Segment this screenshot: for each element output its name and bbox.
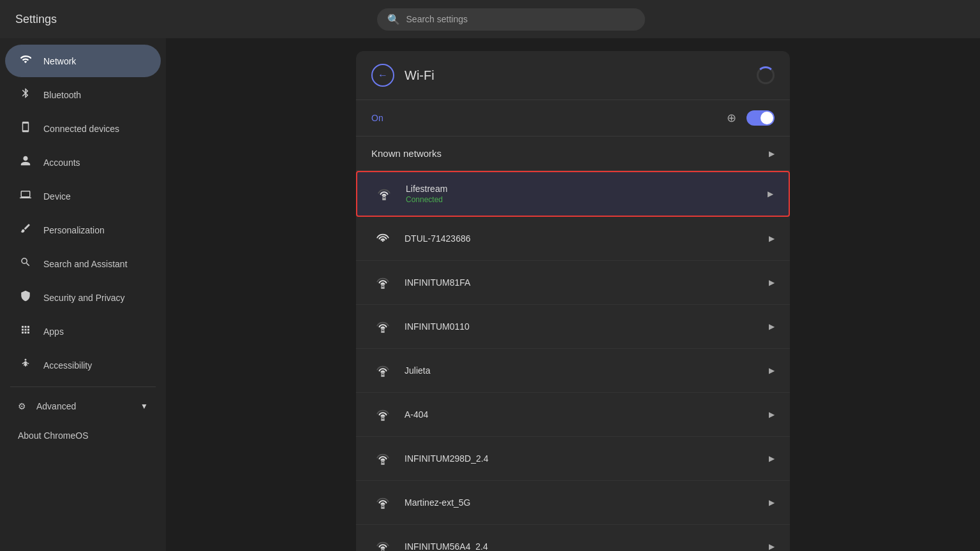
network-chevron: ▶ [769, 498, 775, 507]
network-name: DTUL-71423686 [405, 233, 769, 244]
sidebar-item-apps[interactable]: Apps [5, 315, 161, 348]
wifi-signal-icon [371, 227, 394, 250]
network-chevron: ▶ [769, 542, 775, 551]
network-name: Lifestream [406, 184, 768, 194]
sidebar-item-label: Security and Privacy [43, 293, 125, 303]
svg-rect-13 [381, 462, 385, 465]
devices-icon [18, 121, 33, 136]
network-name: Julieta [405, 365, 769, 376]
svg-point-0 [25, 359, 27, 361]
search-input[interactable] [406, 14, 635, 24]
network-name: Martinez-ext_5G [405, 497, 769, 508]
wifi-signal-icon [371, 271, 394, 294]
search-icon: 🔍 [387, 13, 400, 26]
accessibility-icon [18, 358, 33, 372]
network-info: DTUL-71423686 [394, 233, 769, 244]
back-icon: ← [378, 70, 388, 81]
laptop-icon [18, 189, 33, 203]
wifi-signal-icon [371, 535, 394, 551]
network-chevron: ▶ [769, 234, 775, 243]
network-item[interactable]: Julieta ▶ [356, 349, 790, 393]
sidebar-item-label: Device [43, 191, 71, 202]
main-layout: Network Bluetooth Connected devices Acco… [0, 38, 980, 551]
network-info: INFINITUM81FA [394, 277, 769, 288]
network-item[interactable]: INFINITUM298D_2.4 ▶ [356, 437, 790, 481]
wifi-status-right: ⊕ [727, 110, 775, 126]
sidebar-item-about[interactable]: About ChromeOS [5, 422, 161, 450]
sidebar-item-connected-devices[interactable]: Connected devices [5, 112, 161, 145]
network-chevron: ▶ [768, 189, 773, 198]
known-networks-chevron: ▶ [769, 149, 775, 158]
sidebar-item-label: Apps [43, 327, 64, 337]
network-info: Martinez-ext_5G [394, 497, 769, 508]
network-item[interactable]: Lifestream Connected ▶ [356, 171, 790, 217]
network-name: A-404 [405, 409, 769, 420]
sidebar-item-label: Accessibility [43, 360, 92, 371]
wifi-header: ← Wi-Fi [356, 51, 790, 100]
known-networks-label: Known networks [371, 148, 442, 159]
svg-rect-15 [381, 506, 385, 509]
network-info: Lifestream Connected [396, 184, 768, 204]
svg-rect-9 [381, 374, 385, 377]
sidebar-item-label: Connected devices [43, 124, 119, 134]
shield-icon [18, 290, 33, 305]
network-item[interactable]: INFINITUM0110 ▶ [356, 305, 790, 349]
wifi-panel: ← Wi-Fi On ⊕ Known networks ▶ [356, 51, 790, 551]
sidebar-item-advanced[interactable]: ⚙ Advanced ▼ [5, 392, 161, 420]
network-item[interactable]: A-404 ▶ [356, 393, 790, 437]
wifi-icon [18, 54, 33, 68]
network-name: INFINITUM56A4_2.4 [405, 541, 769, 551]
content-area: ← Wi-Fi On ⊕ Known networks ▶ [166, 38, 980, 551]
network-status: Connected [406, 195, 768, 204]
sidebar-item-accounts[interactable]: Accounts [5, 146, 161, 179]
network-chevron: ▶ [769, 278, 775, 287]
sidebar-item-device[interactable]: Device [5, 180, 161, 212]
sidebar-item-bluetooth[interactable]: Bluetooth [5, 78, 161, 111]
network-item[interactable]: Martinez-ext_5G ▶ [356, 481, 790, 525]
sidebar-item-personalization[interactable]: Personalization [5, 214, 161, 246]
network-info: INFINITUM0110 [394, 321, 769, 332]
add-network-icon[interactable]: ⊕ [727, 111, 736, 125]
app-title: Settings [15, 13, 57, 26]
network-name: INFINITUM81FA [405, 277, 769, 288]
sidebar-item-label: Search and Assistant [43, 259, 128, 269]
sidebar-item-network[interactable]: Network [5, 45, 161, 77]
sidebar-divider [10, 386, 156, 387]
topbar: Settings 🔍 [0, 0, 980, 38]
loading-spinner [757, 66, 775, 84]
wifi-signal-icon [371, 359, 394, 382]
wifi-on-label: On [371, 113, 383, 123]
advanced-label: Advanced [36, 401, 76, 411]
sidebar-item-security-privacy[interactable]: Security and Privacy [5, 281, 161, 314]
sidebar-item-accessibility[interactable]: Accessibility [5, 349, 161, 381]
wifi-signal-icon [371, 315, 394, 338]
network-name: INFINITUM0110 [405, 321, 769, 332]
sidebar-item-search-assistant[interactable]: Search and Assistant [5, 247, 161, 280]
search-icon [18, 256, 33, 271]
sidebar: Network Bluetooth Connected devices Acco… [0, 38, 166, 551]
svg-point-3 [382, 240, 384, 242]
network-chevron: ▶ [769, 322, 775, 331]
wifi-signal-icon [371, 403, 394, 426]
known-networks-row[interactable]: Known networks ▶ [356, 136, 790, 171]
network-info: INFINITUM298D_2.4 [394, 453, 769, 464]
network-list: Lifestream Connected ▶ DTUL-71423686 ▶ I… [356, 171, 790, 551]
network-item[interactable]: DTUL-71423686 ▶ [356, 217, 790, 261]
wifi-toggle[interactable] [746, 110, 775, 126]
advanced-icon: ⚙ [18, 401, 26, 411]
network-item[interactable]: INFINITUM81FA ▶ [356, 261, 790, 305]
wifi-title: Wi-Fi [405, 68, 434, 83]
network-name: INFINITUM298D_2.4 [405, 453, 769, 464]
svg-rect-7 [381, 330, 385, 333]
sidebar-item-label: Accounts [43, 158, 80, 168]
network-item[interactable]: INFINITUM56A4_2.4 ▶ [356, 525, 790, 551]
network-info: A-404 [394, 409, 769, 420]
svg-rect-11 [381, 418, 385, 421]
wifi-header-left: ← Wi-Fi [371, 64, 434, 87]
bluetooth-icon [18, 87, 33, 102]
back-button[interactable]: ← [371, 64, 394, 87]
toggle-knob [761, 112, 773, 124]
svg-rect-5 [381, 286, 385, 289]
search-bar[interactable]: 🔍 [377, 8, 645, 31]
wifi-status-row: On ⊕ [356, 100, 790, 136]
